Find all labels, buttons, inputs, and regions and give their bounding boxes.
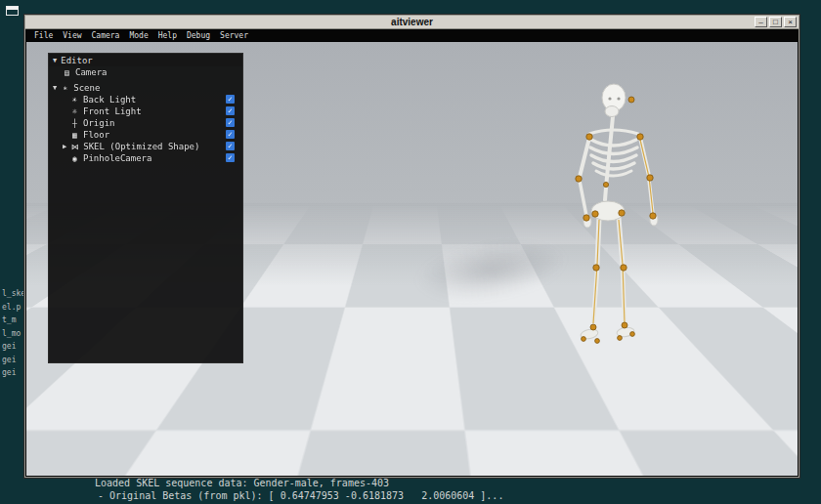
tree-item-front-light[interactable]: ☼ Front Light ✓ [49,105,242,117]
playback-fps-row: 50.0 Playback fps (1.00x speed) [54,409,376,420]
aitviewer-window: aitviewer – □ × File View Camera Mode He… [24,15,799,478]
collapse-arrow-icon: ▼ [53,57,57,64]
tree-item-floor[interactable]: ▦ Floor ✓ [49,129,242,141]
skeleton-model[interactable] [554,83,667,349]
visibility-checkbox[interactable]: ✓ [226,130,235,139]
expand-arrow-icon: ▶ [54,432,58,440]
menu-bar: File View Camera Mode Help Debug Server [25,29,799,42]
expand-arrow-icon[interactable]: ▼ [53,84,57,92]
drop-hint-icon: ↓ [226,444,232,458]
axes-gizmo-icon [533,370,568,394]
playback-panel-header[interactable]: ▼ Playback [49,369,360,382]
window-controls: – □ × [755,17,797,27]
editor-panel-header[interactable]: ▼ Editor [49,54,242,66]
light-icon: ☼ [70,107,79,116]
close-button[interactable]: × [784,17,797,27]
advanced-options-header[interactable]: ▶ Advanced options [50,430,359,441]
menu-camera[interactable]: Camera [87,31,125,40]
expand-arrow-icon[interactable]: ▶ [63,143,66,150]
titlebar[interactable]: aitviewer – □ × [25,16,799,29]
performance-stats: internal 127.4 fps @ 7.25 ms/frame (5.89… [143,399,345,407]
camera-icon: ◉ [70,154,79,163]
terminal-fragment: l_ske [2,289,25,298]
slider-grab[interactable] [79,399,87,407]
editor-panel: ▼ Editor ▤ Camera ▼ ∗ Scene ☀ Back Light… [48,53,243,363]
tree-item-origin[interactable]: ┼ Origin ✓ [49,117,242,129]
menu-server[interactable]: Server [215,31,253,40]
folder-icon: ▤ [63,68,71,77]
fps-limit-slider[interactable] [54,399,138,407]
visibility-checkbox[interactable]: ✓ [226,106,235,115]
tree-item-skel[interactable]: ▶ ⋈ SKEL (Optimized Shape) ✓ [49,141,242,152]
terminal-fragment: gei [2,356,16,364]
3d-viewport[interactable]: ↓ ▼ Editor ▤ Camera ▼ ∗ Scene ☀ Back Lig… [26,42,798,476]
menu-file[interactable]: File [29,31,58,40]
menu-mode[interactable]: Mode [124,31,152,40]
scene-icon: ∗ [61,84,69,93]
tree-item-camera[interactable]: ▤ Camera [49,66,242,78]
tree-item-pinholecamera[interactable]: ◉ PinholeCamera ✓ [49,152,242,164]
visibility-checkbox[interactable]: ✓ [226,118,235,127]
terminal-fragment: t_m [2,315,16,324]
advanced-options-label: Advanced options [62,431,147,441]
maximize-button[interactable]: □ [769,17,782,27]
desktop-window-icon[interactable] [6,6,19,16]
collapse-arrow-icon: ▼ [53,372,57,380]
menu-help[interactable]: Help [153,31,182,40]
minimize-button[interactable]: – [755,17,767,27]
playback-panel: ▼ Playback Run animations [Space] intern… [48,368,361,443]
light-icon: ☀ [70,96,79,105]
tree-item-back-light[interactable]: ☀ Back Light ✓ [49,94,242,105]
menu-debug[interactable]: Debug [182,31,215,40]
visibility-checkbox[interactable]: ✓ [226,95,235,104]
playback-fps-label: Playback fps (1.00x speed) [254,410,376,419]
playback-fps-input[interactable]: 50.0 [54,409,249,420]
menu-view[interactable]: View [58,31,86,40]
terminal-log-line: - Original Betas (from pkl): [ 0.6474795… [98,490,503,501]
terminal-fragment: gei [2,368,16,377]
run-animations-checkbox[interactable] [54,386,63,395]
visibility-checkbox[interactable]: ✓ [226,142,235,150]
performance-row: internal 127.4 fps @ 7.25 ms/frame (5.89… [54,398,345,408]
terminal-fragment: el.p [2,303,21,312]
terminal-fragment: l_mo [2,329,21,338]
bone-icon: ⋈ [70,143,79,151]
terminal-fragment: gei [2,342,16,351]
window-title: aitviewer [391,17,433,27]
run-animations-label: Run animations [Space] [67,386,184,396]
run-animations-row: Run animations [Space] [54,385,184,396]
floor-grid-icon: ▦ [70,131,79,140]
visibility-checkbox[interactable]: ✓ [226,153,235,162]
playback-panel-title: Playback [61,371,103,381]
terminal-log-line: Loaded SKEL sequence data: Gender-male, … [95,478,389,488]
tree-item-scene[interactable]: ▼ ∗ Scene [49,82,242,94]
editor-panel-title: Editor [61,56,93,65]
origin-axes-icon: ┼ [70,119,79,128]
